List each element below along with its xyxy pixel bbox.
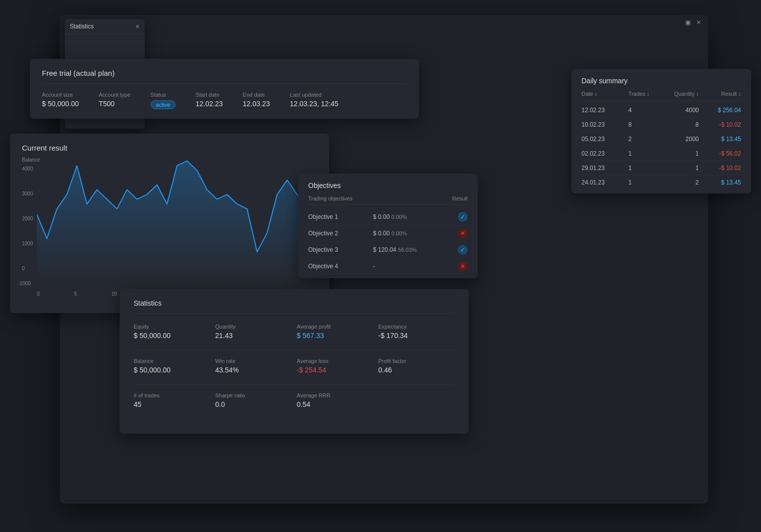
table-row: 29.01.23 1 1 -$ 10.02 — [581, 161, 741, 176]
objective-row-4: Objective 4 - ✕ — [308, 258, 468, 274]
chart-panel: Current result Balance 4000 3000 2000 10… — [10, 134, 329, 313]
chart-title: Current result — [22, 144, 317, 152]
row5-result: -$ 10.02 — [699, 165, 741, 172]
account-type-field: Account type T500 — [99, 92, 131, 108]
win-rate-value: 43.54% — [215, 366, 292, 374]
balance-stat: Balance $ 50,000.00 — [134, 358, 210, 374]
table-row: 10.02.23 8 8 -$ 10.02 — [581, 118, 741, 132]
last-updated-label: Last updated — [290, 92, 338, 98]
y-label-4000: 4000 — [22, 166, 33, 172]
row3-trades: 2 — [628, 136, 661, 143]
row3-quantity: 2000 — [661, 136, 699, 143]
row1-quantity: 4000 — [661, 107, 699, 114]
result-col-label: Result — [452, 195, 468, 201]
chart-area: Balance 4000 3000 2000 1000 0 -1000 — [22, 157, 317, 297]
last-updated-field: Last updated 12.03.23, 12:45 — [290, 92, 338, 108]
col-result: Result ↕ — [699, 91, 741, 97]
table-row: 24.01.23 1 2 $ 13.45 — [581, 176, 741, 189]
num-trades-label: # of trades — [134, 392, 210, 398]
objective-row-1: Objective 1 $ 0.00 0.00% ✓ — [308, 209, 468, 225]
status-badge: active — [151, 100, 176, 109]
objectives-header: Trading objectives Result — [308, 195, 468, 205]
stats-row-1: Equity $ 50,000.00 Quantity 21.43 Averag… — [134, 324, 455, 340]
avg-rrr-label: Average RRR — [297, 392, 374, 398]
stats-titlebar: Statistics ✕ — [65, 19, 145, 34]
status-field: Status active — [151, 92, 176, 109]
row2-date: 10.02.23 — [581, 121, 628, 128]
col-trades: Trades ↕ — [628, 91, 661, 97]
account-size-value: $ 50,000.00 — [42, 100, 79, 108]
row1-result: $ 256.04 — [699, 107, 741, 114]
daily-summary-title: Daily summary — [581, 77, 741, 85]
row1-trades: 4 — [628, 107, 661, 114]
obj2-name: Objective 2 — [308, 230, 338, 237]
num-trades-stat: # of trades 45 — [134, 392, 210, 408]
num-trades-value: 45 — [134, 400, 210, 408]
stats-row-3: # of trades 45 Sharpe ratio 0.0 Average … — [134, 392, 455, 408]
x-label-10: 10 — [111, 291, 117, 297]
objectives-title: Objectives — [308, 181, 468, 189]
obj2-result: $ 0.00 0.00% — [373, 230, 423, 237]
free-trial-fields: Account size $ 50,000.00 Account type T5… — [42, 92, 407, 109]
table-row: 02.02.23 1 1 -$ 56.02 — [581, 147, 741, 161]
avg-profit-stat: Average profit $ 567.33 — [297, 324, 374, 340]
y-label-1000: 1000 — [22, 241, 33, 246]
col-date: Date ↕ — [581, 91, 628, 97]
y-label-3000: 3000 — [22, 191, 33, 196]
row4-date: 02.02.23 — [581, 150, 628, 157]
expectancy-label: Expectancy — [379, 324, 455, 330]
objective-row-2: Objective 2 $ 0.00 0.00% ✕ — [308, 225, 468, 242]
table-row: 05.02.23 2 2000 $ 13.45 — [581, 132, 741, 147]
account-size-label: Account size — [42, 92, 79, 98]
col-quantity: Quantity ↕ — [661, 91, 699, 97]
objectives-panel: Objectives Trading objectives Result Obj… — [298, 174, 478, 278]
avg-rrr-stat: Average RRR 0.54 — [297, 392, 374, 408]
y-label-0: 0 — [22, 266, 25, 271]
obj2-icon: ✕ — [458, 228, 468, 238]
daily-summary-panel: Daily summary Date ↕ Trades ↕ Quantity ↕… — [571, 69, 751, 193]
row2-quantity: 8 — [661, 121, 699, 128]
row1-date: 12.02.23 — [581, 107, 628, 114]
balance-chart — [37, 157, 317, 282]
quantity-stat: Quantity 21.43 — [215, 324, 292, 340]
avg-loss-value: -$ 254.54 — [297, 366, 374, 374]
balance-label: Balance — [134, 358, 210, 364]
avg-loss-stat: Average loss -$ 254.54 — [297, 358, 374, 374]
quantity-label: Quantity — [215, 324, 292, 330]
row5-date: 29.01.23 — [581, 165, 628, 172]
stats-close-button[interactable]: ✕ — [135, 23, 140, 30]
statistics-panel-title: Statistics — [134, 299, 455, 314]
close-button[interactable]: ✕ — [695, 19, 702, 26]
profit-factor-stat: Profit factor 0.46 — [379, 358, 455, 374]
sharpe-label: Sharpe ratio — [215, 392, 292, 398]
placeholder-stat — [379, 392, 455, 408]
free-trial-panel: Free trial (actual plan) Account size $ … — [30, 59, 419, 119]
obj1-name: Objective 1 — [308, 213, 338, 220]
row3-result: $ 13.45 — [699, 136, 741, 143]
stat-divider-2 — [134, 384, 455, 384]
sharpe-stat: Sharpe ratio 0.0 — [215, 392, 292, 408]
profit-factor-label: Profit factor — [379, 358, 455, 364]
equity-label: Equity — [134, 324, 210, 330]
row3-date: 05.02.23 — [581, 136, 628, 143]
status-label: Status — [151, 92, 176, 98]
avg-loss-label: Average loss — [297, 358, 374, 364]
obj3-name: Objective 3 — [308, 246, 338, 253]
obj4-name: Objective 4 — [308, 263, 338, 270]
row6-quantity: 2 — [661, 179, 699, 186]
equity-stat: Equity $ 50,000.00 — [134, 324, 210, 340]
stats-row-2: Balance $ 50,000.00 Win rate 43.54% Aver… — [134, 358, 455, 374]
row2-trades: 8 — [628, 121, 661, 128]
stats-window-title: Statistics — [70, 23, 94, 30]
sharpe-value: 0.0 — [215, 400, 292, 408]
obj1-result: $ 0.00 0.00% — [373, 213, 423, 220]
avg-profit-value: $ 567.33 — [297, 332, 374, 340]
win-rate-stat: Win rate 43.54% — [215, 358, 292, 374]
restore-button[interactable]: ▣ — [684, 19, 691, 26]
avg-rrr-value: 0.54 — [297, 400, 374, 408]
expectancy-value: -$ 170.34 — [379, 332, 455, 340]
row6-trades: 1 — [628, 179, 661, 186]
row4-result: -$ 56.02 — [699, 150, 741, 157]
free-trial-title: Free trial (actual plan) — [42, 69, 407, 84]
y-label-2000: 2000 — [22, 216, 33, 221]
